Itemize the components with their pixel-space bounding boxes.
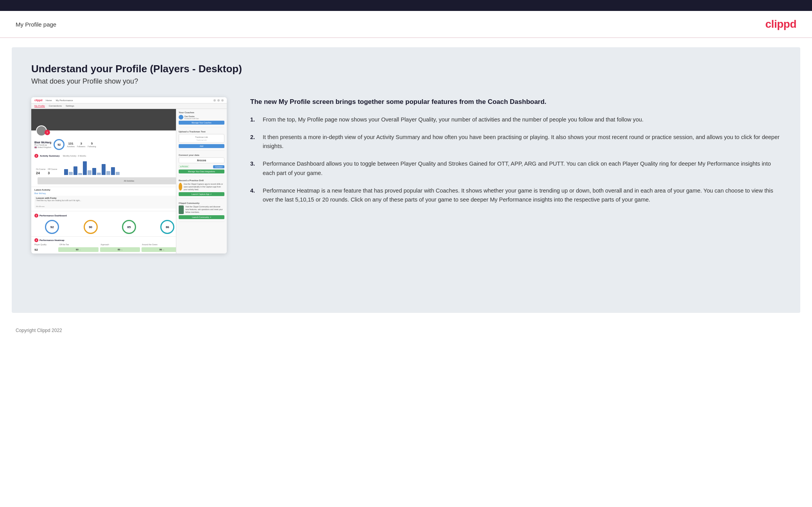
mock-nav-icon-3 [221, 99, 224, 102]
mock-coaches-section: Your Coaches Dan Davies Kenilworth Golf … [179, 111, 224, 127]
mock-right-panel: Your Coaches Dan Davies Kenilworth Golf … [176, 109, 227, 254]
header: My Profile page clippd [0, 11, 812, 38]
highlight-text: The new My Profile screen brings togethe… [250, 97, 781, 107]
mock-nav-items: Home My Performance [46, 99, 73, 102]
feature-item-1: From the top, My Profile page now shows … [250, 115, 781, 124]
feature-item-2: It then presents a more in-depth view of… [250, 133, 781, 151]
mock-quality-ring: 92 [54, 139, 65, 150]
mock-body: 1 Blair McHarg Plus Handicap 🇬🇧 United K… [31, 109, 227, 254]
mock-stat-activities: 131 Activities [67, 142, 75, 148]
mock-chart [63, 159, 121, 175]
main-content: Understand your Profile (Players - Deskt… [12, 47, 800, 313]
mock-drill-item: Use the Clippd Capture app to record dri… [179, 183, 224, 191]
mock-screenshot: clippd Home My Performance My Profile Co… [31, 97, 227, 254]
mock-logo: clippd [34, 99, 43, 102]
mock-add-btn[interactable]: Add [179, 144, 224, 148]
mock-badge-4: 4 [34, 238, 38, 242]
mock-nav: clippd Home My Performance [31, 97, 227, 104]
mock-ring-approach: 85 [122, 220, 136, 234]
mock-launch-community-btn[interactable]: Launch Community ↗ [179, 215, 224, 219]
mock-heatmap-offtee: 90 ↑↓ [58, 247, 99, 252]
mock-ring-overall: 92 [45, 220, 59, 234]
mock-heatmap-approach: 85 ↑↓ [100, 247, 140, 252]
mock-arccos-row: ● Arccos Connect [179, 164, 224, 168]
feature-list: From the top, My Profile page now shows … [250, 115, 781, 204]
top-bar [0, 0, 812, 11]
main-subheading: What does your Profile show you? [31, 77, 781, 86]
mock-community-item: Visit the Clippd Community and discover … [179, 205, 224, 214]
mock-badge-2: 2 [34, 154, 38, 158]
mock-badge-1: 1 [45, 130, 50, 135]
mock-badge-3: 3 [34, 214, 38, 218]
mock-player-info: Blair McHarg Plus Handicap 🇬🇧 United Kin… [34, 141, 51, 148]
mock-subnav: My Profile Connections Settings [31, 104, 227, 109]
mock-trackman-box: Trackman Link Trackman Link [179, 134, 224, 143]
page-title: My Profile page [16, 21, 56, 28]
mock-connect-btn[interactable]: Connect [213, 165, 224, 168]
mock-drill-avatar [179, 183, 182, 191]
footer: Copyright Clippd 2022 [0, 322, 812, 339]
mock-coach-item: Dan Davies Kenilworth Golf Club [179, 115, 224, 120]
mock-manage-integrations-btn[interactable]: Manage Your Data Integrations [179, 170, 224, 173]
mock-launch-capture-btn[interactable]: Launch Capture App ↗ [179, 192, 224, 196]
mock-connect-section: Connect your data Arccos ● Arccos Connec… [179, 154, 224, 176]
feature-item-4: Performance Heatmap is a new feature tha… [250, 186, 781, 204]
mock-manage-coaches-btn[interactable]: Manage Your Coaches [179, 121, 224, 125]
mock-ring-offtee: 90 [84, 220, 98, 234]
mock-community-img [179, 205, 184, 214]
mock-nav-icon-1 [213, 99, 216, 102]
mock-player-name: Blair McHarg [34, 141, 51, 144]
mock-trackman-section: Upload a Trackman Test Trackman Link Tra… [179, 130, 224, 151]
mock-player-location: 🇬🇧 United Kingdom [34, 146, 51, 148]
mock-ring-around: 86 [160, 220, 174, 234]
feature-item-3: Performance Dashboard allows you to togg… [250, 159, 781, 177]
mock-drill-section: Record a Practice Drill Use the Clippd C… [179, 179, 224, 199]
mock-arccos-logo: Arccos [179, 157, 224, 163]
right-panel: The new My Profile screen brings togethe… [250, 97, 781, 213]
mock-stat-followers: 3 Followers [77, 142, 85, 148]
mock-nav-icon-2 [217, 99, 220, 102]
content-grid: clippd Home My Performance My Profile Co… [31, 97, 781, 254]
logo: clippd [765, 18, 796, 30]
mock-stat-following: 5 Following [88, 142, 96, 148]
footer-copyright: Copyright Clippd 2022 [16, 328, 62, 333]
main-heading: Understand your Profile (Players - Deskt… [31, 63, 781, 75]
mock-coach-avatar [179, 115, 183, 120]
mock-community-section: Clippd Community Visit the Clippd Commun… [179, 202, 224, 222]
mock-nav-right [213, 99, 224, 102]
